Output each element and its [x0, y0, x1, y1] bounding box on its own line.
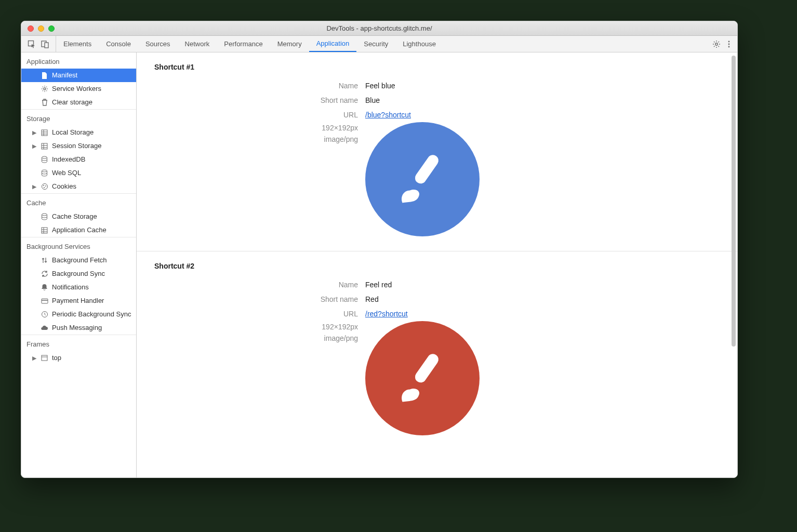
icon-mime: image/png [137, 332, 358, 344]
sidebar-item-label: IndexedDB [52, 154, 85, 165]
sidebar-item-payment-handler[interactable]: Payment Handler [21, 294, 136, 308]
window-icon [41, 354, 48, 362]
svg-point-7 [44, 88, 46, 90]
sidebar-item-cookies[interactable]: ▶ Cookies [21, 180, 136, 193]
field-label: Short name [137, 295, 365, 303]
expand-arrow-icon[interactable]: ▶ [32, 127, 37, 138]
tab-sources[interactable]: Sources [138, 36, 178, 52]
application-sidebar: Application Manifest Service Workers Cle… [21, 52, 137, 477]
svg-point-18 [42, 184, 47, 190]
close-window-button[interactable] [28, 25, 34, 32]
device-toggle-icon[interactable] [41, 40, 49, 48]
tab-network[interactable]: Network [178, 36, 217, 52]
panel-tabs: Elements Console Sources Network Perform… [56, 36, 443, 52]
sidebar-item-label: Clear storage [52, 97, 92, 108]
card-icon [41, 297, 48, 305]
field-value: Feel red [365, 281, 392, 289]
more-icon[interactable] [728, 40, 730, 48]
sidebar-item-session-storage[interactable]: ▶ Session Storage [21, 139, 136, 153]
field-label: URL [137, 111, 365, 119]
sidebar-item-label: Application Cache [52, 225, 107, 235]
sidebar-item-notifications[interactable]: Notifications [21, 281, 136, 294]
window-controls [21, 25, 55, 32]
group-application: Application [21, 52, 136, 69]
sidebar-item-background-fetch[interactable]: Background Fetch [21, 254, 136, 267]
svg-rect-32 [413, 153, 441, 186]
sidebar-item-clear-storage[interactable]: Clear storage [21, 96, 136, 109]
expand-arrow-icon[interactable]: ▶ [32, 181, 37, 192]
sidebar-item-cache-storage[interactable]: Cache Storage [21, 210, 136, 223]
svg-rect-8 [42, 130, 47, 136]
file-icon [41, 72, 48, 79]
group-background-services: Background Services [21, 237, 136, 254]
sidebar-item-periodic-sync[interactable]: Periodic Background Sync [21, 308, 136, 321]
shortcut-icon-image [365, 321, 480, 435]
window-title: DevTools - app-shortcuts.glitch.me/ [326, 24, 432, 32]
scrollbar[interactable] [732, 56, 736, 347]
shortcut-heading: Shortcut #1 [137, 63, 737, 71]
devtools-window: DevTools - app-shortcuts.glitch.me/ Elem… [21, 21, 738, 478]
shortcut-icon-image [365, 122, 480, 236]
field-value: Blue [365, 96, 380, 104]
svg-point-21 [44, 187, 45, 188]
svg-point-4 [728, 41, 730, 42]
expand-arrow-icon[interactable]: ▶ [32, 353, 37, 363]
field-label: Short name [137, 96, 365, 104]
sidebar-item-label: Periodic Background Sync [52, 309, 131, 320]
bell-icon [41, 284, 48, 291]
sidebar-item-label: Web SQL [52, 168, 81, 178]
minimize-window-button[interactable] [38, 25, 44, 32]
db-icon [41, 213, 48, 221]
svg-point-17 [42, 170, 47, 172]
sidebar-item-manifest[interactable]: Manifest [21, 69, 136, 82]
shortcut-section: Shortcut #1 Name Feel blue Short name Bl… [137, 52, 737, 251]
tab-console[interactable]: Console [99, 36, 138, 52]
sidebar-item-label: Background Sync [52, 269, 105, 279]
tab-application[interactable]: Application [309, 36, 357, 52]
settings-icon[interactable] [712, 40, 721, 48]
grid-icon [41, 227, 48, 234]
sidebar-item-label: Cookies [52, 181, 76, 192]
tab-memory[interactable]: Memory [270, 36, 309, 52]
svg-point-19 [43, 185, 44, 186]
icon-dimensions: 192×192px [137, 122, 358, 134]
sidebar-item-websql[interactable]: Web SQL [21, 166, 136, 180]
inspect-icon[interactable] [28, 40, 36, 48]
sidebar-item-label: Local Storage [52, 127, 94, 138]
main-toolbar: Elements Console Sources Network Perform… [21, 36, 737, 52]
tab-lighthouse[interactable]: Lighthouse [395, 36, 443, 52]
sidebar-item-background-sync[interactable]: Background Sync [21, 267, 136, 281]
field-value: Red [365, 295, 379, 303]
grid-icon [41, 142, 48, 150]
zoom-window-button[interactable] [48, 25, 55, 32]
db-icon [41, 156, 48, 164]
db-icon [41, 169, 48, 177]
sidebar-item-local-storage[interactable]: ▶ Local Storage [21, 126, 136, 139]
sidebar-item-application-cache[interactable]: Application Cache [21, 223, 136, 237]
shortcut-url-link[interactable]: /red?shortcut [365, 310, 408, 318]
sidebar-item-label: Push Messaging [52, 323, 102, 333]
svg-point-3 [715, 43, 718, 45]
expand-arrow-icon[interactable]: ▶ [32, 141, 37, 151]
updown-icon [41, 257, 48, 264]
field-label: Name [137, 82, 365, 90]
svg-point-5 [728, 43, 730, 45]
field-label: URL [137, 310, 365, 318]
svg-point-6 [728, 46, 730, 47]
tab-security[interactable]: Security [356, 36, 395, 52]
cloud-icon [41, 324, 48, 332]
shortcut-url-link[interactable]: /blue?shortcut [365, 111, 411, 119]
sidebar-item-service-workers[interactable]: Service Workers [21, 82, 136, 96]
field-value: Feel blue [365, 82, 395, 90]
tab-elements[interactable]: Elements [56, 36, 99, 52]
icon-mime: image/png [137, 134, 358, 145]
cookie-icon [41, 183, 48, 191]
svg-point-16 [42, 156, 47, 158]
shortcut-section: Shortcut #2 Name Feel red Short name Red… [137, 251, 737, 450]
sidebar-item-label: Cache Storage [52, 211, 97, 222]
sidebar-item-top-frame[interactable]: ▶ top [21, 351, 136, 365]
sidebar-item-push-messaging[interactable]: Push Messaging [21, 321, 136, 335]
tab-performance[interactable]: Performance [217, 36, 270, 52]
sidebar-item-label: Session Storage [52, 141, 101, 151]
sidebar-item-indexeddb[interactable]: IndexedDB [21, 153, 136, 166]
